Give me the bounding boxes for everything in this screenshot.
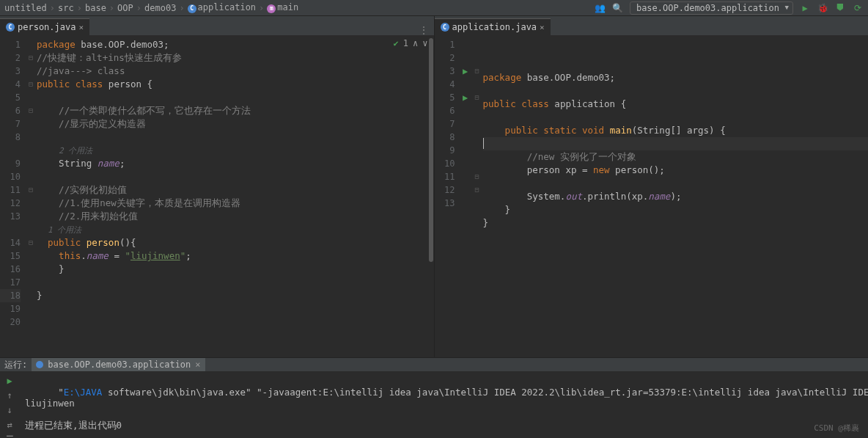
debug-icon[interactable]: 🐞 (817, 2, 828, 14)
crumb[interactable]: src (58, 3, 74, 13)
run-icon[interactable]: ▶ (799, 2, 811, 14)
tab-more-icon[interactable]: ⋮ (419, 25, 428, 35)
run-icon[interactable]: ▶ (7, 376, 12, 386)
close-icon[interactable]: × (78, 23, 84, 32)
close-icon[interactable]: × (540, 23, 545, 32)
class-icon (36, 361, 43, 368)
stop-icon[interactable]: ↑ (7, 390, 12, 401)
prev-icon[interactable]: ∧ (413, 38, 418, 48)
checkmark-icon: ✔ (394, 38, 399, 48)
tab-label: application.java (452, 22, 537, 32)
problems-count: 1 (403, 38, 408, 48)
editor-left: C person.java × ⋮ ✔ 1 ∧ ∨ 12345678910111… (0, 16, 435, 357)
run-tool-window: 运行: base.OOP.demo03.application × ▶ ↑ ↓ … (0, 357, 868, 438)
watermark: CSDN @稀裹 (814, 423, 859, 434)
tab-label: person.java (18, 22, 76, 32)
editor-right: C application.java × 12345678910111213 ▶… (435, 16, 869, 357)
class-icon: C (441, 23, 449, 32)
tab-bar-right: C application.java × (435, 16, 869, 35)
editor-splitter: C person.java × ⋮ ✔ 1 ∧ ∨ 12345678910111… (0, 16, 868, 357)
coverage-icon[interactable]: ⛊ (834, 2, 846, 14)
users-icon[interactable]: 👥 (595, 2, 606, 14)
top-toolbar: untitled› src› base› OOP› demo03› Cappli… (0, 0, 868, 16)
tab-person[interactable]: C person.java × (0, 18, 89, 35)
tab-application[interactable]: C application.java × (435, 18, 551, 35)
run-tab[interactable]: base.OOP.demo03.application × (32, 358, 205, 371)
profile-icon[interactable]: ⟳ (852, 2, 864, 14)
debug-icon[interactable]: ↓ (7, 405, 12, 415)
crumb[interactable]: mmain (267, 2, 298, 13)
code-text[interactable]: package base.OOP.demo03; public class ap… (483, 35, 869, 357)
code-area-right[interactable]: 12345678910111213 ▶▶ ⊟⊟⊟⊟ package base.O… (435, 35, 869, 357)
close-icon[interactable]: × (195, 359, 200, 370)
run-label: 运行: (4, 359, 27, 371)
crumb[interactable]: Capplication (188, 2, 256, 13)
class-icon: C (6, 23, 15, 32)
exit-line: 进程已结束,退出代码0 (25, 420, 122, 431)
tab-bar-left: C person.java × ⋮ (0, 16, 434, 35)
line-gutter: 1234567891011121314151617181920 (0, 35, 25, 357)
run-output[interactable]: "E:\JAVA software\jdk\bin\java.exe" "-ja… (19, 371, 868, 438)
run-side-toolbar: ▶ ↑ ↓ ⇄ ☰ 🗑 (0, 371, 19, 438)
fold-column[interactable]: ⊟⊟⊟⊟⊟ (25, 35, 37, 357)
crumb[interactable]: untitled (4, 3, 47, 13)
method-icon: m (267, 4, 276, 13)
run-gutter[interactable]: ▶▶ (460, 35, 471, 357)
fold-column[interactable]: ⊟⊟⊟⊟ (471, 35, 483, 357)
run-panel-header: 运行: base.OOP.demo03.application × (0, 358, 868, 371)
crumb[interactable]: demo03 (144, 3, 176, 13)
search-icon[interactable]: 🔍 (612, 2, 624, 14)
top-right-actions: 👥 🔍 base.OOP.demo03.application ▶ 🐞 ⛊ ⟳ (595, 1, 864, 15)
code-area-left[interactable]: ✔ 1 ∧ ∨ 1234567891011121314151617181920 … (0, 35, 434, 357)
class-icon: C (188, 4, 196, 13)
line-gutter: 12345678910111213 (435, 35, 460, 357)
crumb[interactable]: base (85, 3, 106, 13)
wrap-icon[interactable]: ⇄ (7, 420, 12, 430)
run-config-selector[interactable]: base.OOP.demo03.application (630, 1, 793, 15)
output-line: liujinwen (25, 398, 75, 409)
crumb[interactable]: OOP (117, 3, 133, 13)
path-link[interactable]: E:\JAVA (64, 387, 103, 398)
print-icon[interactable]: ☰ (6, 434, 14, 438)
code-text[interactable]: package base.OOP.demo03;//快捷键：alt+ins快速生… (37, 35, 434, 357)
breadcrumb[interactable]: untitled› src› base› OOP› demo03› Cappli… (4, 2, 298, 13)
